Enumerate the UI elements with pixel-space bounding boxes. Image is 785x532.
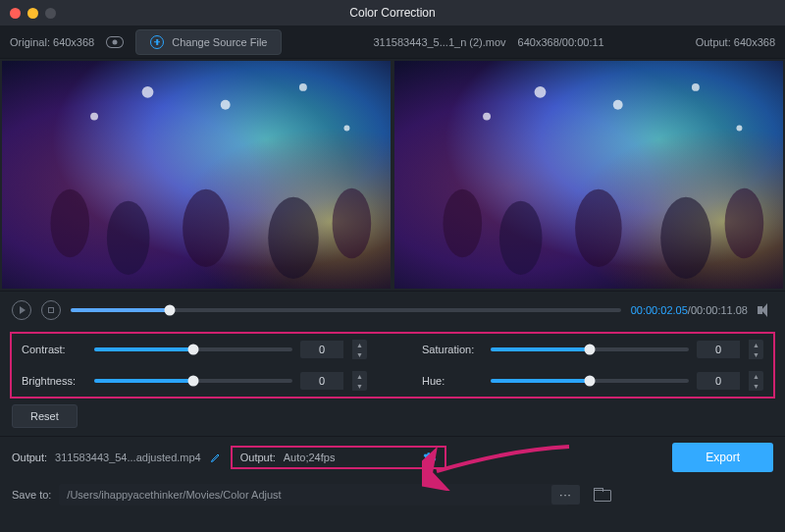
adjustment-panel: Contrast: 0 ▲▼ Saturation: 0 ▲▼ Brightne… bbox=[10, 332, 775, 399]
svg-point-4 bbox=[51, 189, 90, 257]
svg-point-27 bbox=[736, 126, 742, 132]
svg-point-21 bbox=[660, 197, 710, 279]
output-format-box[interactable]: Output: Auto;24fps bbox=[231, 446, 446, 469]
saturation-value[interactable]: 0 bbox=[697, 341, 740, 358]
chevron-down-icon: ▼ bbox=[352, 381, 367, 391]
svg-point-9 bbox=[90, 113, 98, 121]
svg-point-10 bbox=[142, 86, 154, 98]
reset-row: Reset bbox=[0, 400, 785, 436]
brightness-stepper[interactable]: ▲▼ bbox=[351, 371, 367, 391]
output-filename: 311583443_54...adjusted.mp4 bbox=[55, 452, 201, 463]
save-path-field[interactable]: /Users/ihappyacethinker/Movies/Color Adj… bbox=[59, 484, 569, 505]
info-header: Original: 640x368 Change Source File 311… bbox=[0, 26, 785, 59]
original-dimensions: Original: 640x368 bbox=[10, 36, 94, 48]
reset-button[interactable]: Reset bbox=[12, 404, 78, 428]
chevron-up-icon: ▲ bbox=[352, 371, 367, 381]
hue-slider[interactable] bbox=[491, 379, 689, 383]
seek-slider[interactable] bbox=[71, 308, 621, 312]
preview-visibility-icon[interactable] bbox=[106, 36, 124, 48]
saturation-stepper[interactable]: ▲▼ bbox=[748, 340, 763, 359]
gear-icon[interactable] bbox=[423, 451, 437, 464]
brightness-label: Brightness: bbox=[22, 375, 86, 387]
change-source-label: Change Source File bbox=[172, 36, 267, 48]
svg-point-8 bbox=[333, 188, 372, 258]
output-format-label: Output: bbox=[240, 452, 276, 463]
output-label: Output: bbox=[12, 452, 47, 463]
hue-stepper[interactable]: ▲▼ bbox=[748, 371, 763, 391]
brightness-slider[interactable] bbox=[94, 379, 292, 383]
preview-output bbox=[394, 61, 783, 289]
contrast-label: Contrast: bbox=[22, 344, 86, 355]
export-button[interactable]: Export bbox=[672, 443, 773, 472]
svg-point-11 bbox=[221, 100, 231, 110]
chevron-down-icon: ▼ bbox=[352, 349, 367, 359]
save-to-label: Save to: bbox=[12, 489, 51, 501]
svg-point-26 bbox=[692, 83, 700, 91]
svg-point-25 bbox=[613, 100, 623, 110]
svg-point-13 bbox=[343, 126, 349, 132]
time-total: 00:00:11.08 bbox=[691, 304, 748, 316]
preview-row bbox=[0, 59, 785, 291]
svg-point-20 bbox=[575, 189, 622, 267]
edit-filename-button[interactable] bbox=[209, 451, 223, 464]
time-display: 00:00:02.05/00:00:11.08 bbox=[631, 304, 748, 316]
volume-icon[interactable] bbox=[758, 303, 773, 317]
svg-point-19 bbox=[499, 201, 543, 275]
stop-button[interactable] bbox=[41, 300, 61, 320]
contrast-value[interactable]: 0 bbox=[300, 341, 343, 358]
saturation-slider[interactable] bbox=[491, 347, 689, 351]
open-folder-icon[interactable] bbox=[594, 488, 611, 502]
output-dimensions: Output: 640x368 bbox=[696, 36, 775, 48]
svg-point-23 bbox=[483, 113, 491, 121]
output-format-value: Auto;24fps bbox=[284, 452, 336, 463]
preview-original bbox=[2, 61, 391, 289]
seek-fill bbox=[71, 308, 170, 312]
svg-point-12 bbox=[299, 83, 307, 91]
chevron-down-icon: ▼ bbox=[749, 381, 763, 391]
source-filename: 311583443_5...1_n (2).mov bbox=[373, 36, 505, 48]
browse-button[interactable]: ··· bbox=[551, 485, 579, 505]
hue-value[interactable]: 0 bbox=[697, 372, 740, 390]
chevron-up-icon: ▲ bbox=[749, 340, 763, 349]
saturation-label: Saturation: bbox=[422, 344, 483, 355]
save-path-value: /Users/ihappyacethinker/Movies/Color Adj… bbox=[67, 489, 281, 501]
svg-point-22 bbox=[725, 188, 764, 258]
svg-point-24 bbox=[535, 86, 547, 98]
svg-point-18 bbox=[444, 189, 483, 257]
time-current: 00:00:02.05 bbox=[631, 304, 688, 316]
change-source-button[interactable]: Change Source File bbox=[135, 29, 282, 55]
svg-point-5 bbox=[107, 201, 150, 275]
save-row: Save to: /Users/ihappyacethinker/Movies/… bbox=[0, 478, 785, 515]
playback-bar: 00:00:02.05/00:00:11.08 bbox=[0, 291, 785, 328]
chevron-up-icon: ▲ bbox=[749, 371, 763, 381]
output-row: Output: 311583443_54...adjusted.mp4 Outp… bbox=[0, 436, 785, 478]
hue-label: Hue: bbox=[422, 375, 483, 387]
svg-point-7 bbox=[268, 197, 318, 279]
brightness-value[interactable]: 0 bbox=[300, 372, 343, 390]
chevron-up-icon: ▲ bbox=[352, 340, 367, 349]
chevron-down-icon: ▼ bbox=[749, 349, 763, 359]
contrast-slider[interactable] bbox=[94, 347, 292, 351]
seek-thumb[interactable] bbox=[164, 304, 175, 315]
window-title: Color Correction bbox=[0, 6, 785, 20]
titlebar: Color Correction bbox=[0, 0, 785, 26]
play-button[interactable] bbox=[12, 300, 31, 320]
svg-point-6 bbox=[183, 189, 230, 267]
source-meta: 640x368/00:00:11 bbox=[518, 36, 604, 48]
contrast-stepper[interactable]: ▲▼ bbox=[351, 340, 367, 359]
plus-circle-icon bbox=[150, 35, 164, 49]
